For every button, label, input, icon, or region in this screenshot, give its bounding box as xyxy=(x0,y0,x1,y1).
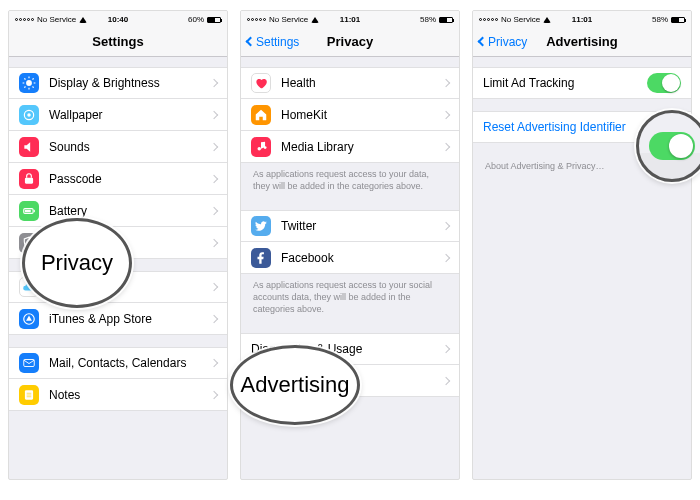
status-bar: No Service 11:01 58% xyxy=(241,11,459,27)
chevron-right-icon xyxy=(210,110,218,118)
svg-point-0 xyxy=(26,80,32,86)
settings-group: Limit Ad Tracking xyxy=(473,67,691,99)
svg-line-6 xyxy=(33,87,34,88)
row-label: Wallpaper xyxy=(49,108,211,122)
chevron-right-icon xyxy=(210,359,218,367)
row-label: Facebook xyxy=(281,251,443,265)
svg-rect-13 xyxy=(34,209,35,211)
carrier-label: No Service xyxy=(37,15,76,24)
row-label: Health xyxy=(281,76,443,90)
battery-icon xyxy=(439,17,453,23)
svg-line-8 xyxy=(33,78,34,79)
notes-icon xyxy=(19,385,39,405)
navbar: Settings Privacy xyxy=(241,27,459,57)
settings-group: TwitterFacebookAs applications request a… xyxy=(241,210,459,321)
row-label: Passcode xyxy=(49,172,211,186)
wallpaper-row[interactable]: Wallpaper xyxy=(9,99,227,131)
chevron-right-icon xyxy=(210,238,218,246)
chevron-right-icon xyxy=(210,206,218,214)
mail-icon xyxy=(19,353,39,373)
svg-line-5 xyxy=(24,78,25,79)
svg-point-10 xyxy=(27,113,31,117)
clock-label: 10:40 xyxy=(108,15,128,24)
row-label: iTunes & App Store xyxy=(49,312,211,326)
row-label: Mail, Contacts, Calendars xyxy=(49,356,211,370)
chevron-right-icon xyxy=(210,283,218,291)
toggle-switch[interactable] xyxy=(647,73,681,93)
battery-percent: 58% xyxy=(652,15,668,24)
chevron-right-icon xyxy=(210,314,218,322)
battery-icon xyxy=(207,17,221,23)
group-footer: As applications request access to your d… xyxy=(241,163,459,198)
signal-icon xyxy=(15,18,34,21)
facebook-row[interactable]: Facebook xyxy=(241,242,459,274)
carrier-label: No Service xyxy=(501,15,540,24)
battery-percent: 60% xyxy=(188,15,204,24)
callout-label: Privacy xyxy=(22,218,132,308)
row-label: Limit Ad Tracking xyxy=(483,76,647,90)
navbar: Privacy Advertising xyxy=(473,27,691,57)
passcode-row[interactable]: Passcode xyxy=(9,163,227,195)
twitter-row[interactable]: Twitter xyxy=(241,210,459,242)
group-footer: As applications request access to your s… xyxy=(241,274,459,321)
toggle-icon xyxy=(649,132,695,160)
callout-toggle xyxy=(636,110,700,182)
sounds-row[interactable]: Sounds xyxy=(9,131,227,163)
limit-ad-tracking-row[interactable]: Limit Ad Tracking xyxy=(473,67,691,99)
wifi-icon xyxy=(79,17,87,23)
chevron-right-icon xyxy=(210,174,218,182)
signal-icon xyxy=(247,18,266,21)
battery-icon xyxy=(19,201,39,221)
chevron-right-icon xyxy=(442,110,450,118)
chevron-right-icon xyxy=(442,377,450,385)
wifi-icon xyxy=(543,17,551,23)
svg-point-21 xyxy=(264,146,267,149)
itunes-app-store-row[interactable]: iTunes & App Store xyxy=(9,303,227,335)
clock-label: 11:01 xyxy=(340,15,360,24)
chevron-right-icon xyxy=(442,222,450,230)
facebook-icon xyxy=(251,248,271,268)
mail-contacts-calendars-row[interactable]: Mail, Contacts, Calendars xyxy=(9,347,227,379)
settings-group: Mail, Contacts, CalendarsNotes xyxy=(9,347,227,411)
svg-rect-11 xyxy=(25,177,33,183)
screen-3: No Service 11:01 58% Privacy Advertising… xyxy=(472,10,692,480)
battery-row[interactable]: Battery xyxy=(9,195,227,227)
chevron-right-icon xyxy=(210,390,218,398)
battery-percent: 58% xyxy=(420,15,436,24)
page-title: Settings xyxy=(9,34,227,49)
media-library-row[interactable]: Media Library xyxy=(241,131,459,163)
health-icon xyxy=(251,73,271,93)
clock-label: 11:01 xyxy=(572,15,592,24)
chevron-right-icon xyxy=(442,142,450,150)
appstore-icon xyxy=(19,309,39,329)
chevron-right-icon xyxy=(442,254,450,262)
page-title: Privacy xyxy=(241,34,459,49)
status-bar: No Service 11:01 58% xyxy=(473,11,691,27)
row-label: Notes xyxy=(49,388,211,402)
row-label: Battery xyxy=(49,204,211,218)
display-icon xyxy=(19,73,39,93)
wallpaper-icon xyxy=(19,105,39,125)
chevron-right-icon xyxy=(442,345,450,353)
svg-rect-16 xyxy=(24,360,35,367)
sounds-icon xyxy=(19,137,39,157)
svg-rect-14 xyxy=(25,209,31,211)
battery-icon xyxy=(671,17,685,23)
display-brightness-row[interactable]: Display & Brightness xyxy=(9,67,227,99)
notes-row[interactable]: Notes xyxy=(9,379,227,411)
row-label: Twitter xyxy=(281,219,443,233)
twitter-icon xyxy=(251,216,271,236)
row-label: Display & Brightness xyxy=(49,76,211,90)
status-bar: No Service 10:40 60% xyxy=(9,11,227,27)
homekit-row[interactable]: HomeKit xyxy=(241,99,459,131)
page-title: Advertising xyxy=(473,34,691,49)
row-label: HomeKit xyxy=(281,108,443,122)
media-icon xyxy=(251,137,271,157)
settings-group: HealthHomeKitMedia LibraryAs application… xyxy=(241,67,459,198)
chevron-right-icon xyxy=(210,142,218,150)
signal-icon xyxy=(479,18,498,21)
row-label: Sounds xyxy=(49,140,211,154)
health-row[interactable]: Health xyxy=(241,67,459,99)
wifi-icon xyxy=(311,17,319,23)
chevron-right-icon xyxy=(442,79,450,87)
